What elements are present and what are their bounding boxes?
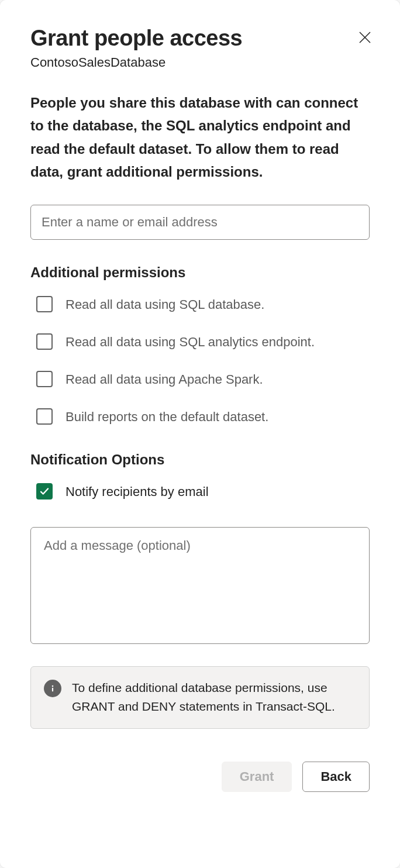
back-button[interactable]: Back <box>302 762 370 792</box>
additional-permissions-heading: Additional permissions <box>30 264 370 281</box>
grant-access-dialog: Grant people access ContosoSalesDatabase… <box>0 0 400 868</box>
grant-button[interactable]: Grant <box>222 762 292 792</box>
message-textarea[interactable] <box>30 527 370 644</box>
svg-point-2 <box>52 685 54 687</box>
dialog-subtitle: ContosoSalesDatabase <box>30 55 370 70</box>
permission-label[interactable]: Read all data using SQL analytics endpoi… <box>65 332 315 352</box>
permission-label[interactable]: Read all data using Apache Spark. <box>65 370 263 390</box>
close-icon <box>358 30 372 44</box>
permission-row: Build reports on the default dataset. <box>30 407 370 427</box>
dialog-footer: Grant Back <box>30 762 370 792</box>
notification-options-heading: Notification Options <box>30 452 370 468</box>
permission-row: Read all data using Apache Spark. <box>30 370 370 390</box>
people-input[interactable] <box>30 205 370 240</box>
dialog-description: People you share this database with can … <box>30 91 370 184</box>
svg-rect-3 <box>52 687 53 691</box>
info-icon <box>44 680 61 697</box>
permission-row: Read all data using SQL database. <box>30 295 370 315</box>
notify-row: Notify recipients by email <box>30 482 370 502</box>
close-button[interactable] <box>356 28 374 47</box>
permission-checkbox-sql-analytics[interactable] <box>36 333 53 350</box>
notify-label[interactable]: Notify recipients by email <box>65 482 209 502</box>
permission-label[interactable]: Build reports on the default dataset. <box>65 407 268 427</box>
info-text: To define additional database permission… <box>72 678 356 717</box>
info-box: To define additional database permission… <box>30 666 370 729</box>
permission-checkbox-spark[interactable] <box>36 371 53 387</box>
checkmark-icon <box>39 486 50 497</box>
permission-row: Read all data using SQL analytics endpoi… <box>30 332 370 352</box>
permission-checkbox-build-reports[interactable] <box>36 408 53 425</box>
permission-checkbox-sql-db[interactable] <box>36 296 53 312</box>
notify-checkbox[interactable] <box>36 483 53 500</box>
dialog-title: Grant people access <box>30 26 370 51</box>
permission-label[interactable]: Read all data using SQL database. <box>65 295 264 315</box>
